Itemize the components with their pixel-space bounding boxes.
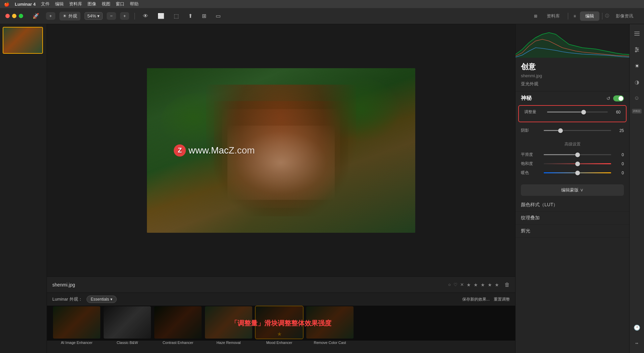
save-preset-button[interactable]: 保存新的效果... xyxy=(462,297,490,302)
preset-item-cast[interactable]: Remove Color Cast xyxy=(306,306,354,345)
preset-item-haze[interactable]: Haze Removal xyxy=(204,306,253,345)
zoom-out-button[interactable]: − xyxy=(107,12,116,20)
plus-icon: + xyxy=(49,13,52,18)
preset-thumb-contrast xyxy=(154,306,202,339)
close-button[interactable] xyxy=(5,14,10,18)
zoom-control[interactable]: 54% ▾ xyxy=(85,12,103,20)
adjustment-slider-row: 调整量 60 xyxy=(524,109,621,115)
look-label: 外观 xyxy=(68,13,77,19)
toolbar-right: ⊞ 资料库 ≡ 编辑 ⓘ 影像资讯 xyxy=(531,11,639,21)
main-slider-section: 调整量 60 xyxy=(518,105,627,122)
panel-main-title: 创意 xyxy=(521,62,624,72)
circle-rating[interactable]: ○ xyxy=(448,282,451,287)
edit-mask-button[interactable]: 编辑蒙版 ∨ xyxy=(521,184,624,196)
preset-label-haze: Haze Removal xyxy=(216,341,240,345)
menu-image[interactable]: 图像 xyxy=(88,1,96,7)
adjustment-slider[interactable] xyxy=(547,112,608,113)
smooth-value: 0 xyxy=(614,152,624,157)
adjust-icon[interactable] xyxy=(632,44,642,55)
star-4[interactable]: ★ xyxy=(488,282,492,288)
toolbar: 🚀 + ☀ 外观 54% ▾ − + 👁 ⬜ ⬚ ⬆ ⊞ ▭ ⊞ 资料库 ≡ 编… xyxy=(0,8,644,24)
glow-menu-item[interactable]: 辉光 xyxy=(516,225,629,238)
face-icon[interactable]: ☺ xyxy=(632,93,642,103)
menu-window[interactable]: 窗口 xyxy=(116,1,124,7)
minimize-button[interactable] xyxy=(12,14,16,18)
apple-menu[interactable]: 🍎 xyxy=(4,2,9,7)
reset-adjustments-button[interactable]: 重置调整 xyxy=(494,297,510,302)
tab-edit[interactable]: 编辑 xyxy=(580,11,599,21)
right-icon-bar: ☀ ◑ ☺ PRO 🕐 •• xyxy=(629,24,644,353)
adjustment-label: 调整量 xyxy=(524,109,544,115)
preset-item-ai[interactable]: AI Image Enhancer xyxy=(52,306,101,345)
preset-selector[interactable]: Essentials ▾ xyxy=(87,296,117,303)
window-icon[interactable]: ▭ xyxy=(213,11,223,20)
preset-thumb-cast xyxy=(306,306,354,339)
preset-thumb-bw xyxy=(103,306,152,339)
menu-view[interactable]: 视图 xyxy=(102,1,110,7)
heart-rating[interactable]: ♡ xyxy=(453,282,458,287)
preset-item-mood[interactable]: ★ Mood Enhancer xyxy=(255,306,304,345)
reject-rating[interactable]: ✕ xyxy=(460,282,464,287)
filmstrip-item[interactable] xyxy=(3,27,43,54)
star-2[interactable]: ★ xyxy=(474,282,478,288)
warmth-slider[interactable] xyxy=(544,172,611,173)
menubar: 🍎 Luminar 4 文件 编辑 资料库 图像 视图 窗口 帮助 xyxy=(0,0,644,8)
toggle-switch[interactable] xyxy=(613,95,624,101)
layers-icon[interactable] xyxy=(632,28,642,39)
crop-icon[interactable]: ⬚ xyxy=(171,11,181,20)
compare-icon[interactable]: ⬜ xyxy=(155,11,167,20)
presets-actions: 保存新的效果... 重置调整 xyxy=(462,297,510,302)
histogram-area xyxy=(516,24,629,58)
rocket-icon[interactable]: 🚀 xyxy=(30,11,42,20)
add-button[interactable]: + xyxy=(46,12,55,20)
preset-item-bw[interactable]: Classic B&W xyxy=(103,306,152,345)
texture-menu-item[interactable]: 纹理叠加 xyxy=(516,212,629,225)
app-name: Luminar 4 xyxy=(15,2,36,7)
watermark: Z www.MacZ.com xyxy=(174,144,255,157)
lut-menu-item[interactable]: 颜色样式（LUT） xyxy=(516,198,629,212)
star-5[interactable]: ★ xyxy=(495,282,499,288)
star-1[interactable]: ★ xyxy=(467,282,471,288)
eye-icon[interactable]: 👁 xyxy=(140,12,151,20)
menu-file[interactable]: 文件 xyxy=(41,1,50,7)
history-icon[interactable]: 🕐 xyxy=(632,322,642,333)
shadow-slider-row: 阴影 25 xyxy=(521,128,624,133)
presets-header: Luminar 外观： Essentials ▾ 保存新的效果... 重置调整 xyxy=(47,293,515,306)
zoom-value: 54% xyxy=(88,13,96,18)
saturation-slider[interactable] xyxy=(544,163,611,164)
filename-label: shenmi.jpg xyxy=(52,282,75,288)
sun-icon[interactable]: ☀ xyxy=(632,60,642,71)
look-button[interactable]: ☀ 外观 xyxy=(59,12,80,20)
shadow-slider[interactable] xyxy=(544,130,611,131)
smooth-slider[interactable] xyxy=(544,154,611,155)
star-3[interactable]: ★ xyxy=(481,282,485,288)
presets-scroll-container: AI Image Enhancer Classic B&W xyxy=(47,306,515,347)
menu-edit[interactable]: 编辑 xyxy=(55,1,64,7)
more-icon[interactable]: •• xyxy=(632,338,642,349)
preset-thumb-mood: ★ xyxy=(255,306,304,339)
saturation-value: 0 xyxy=(614,162,624,166)
canvas-viewport[interactable]: Z www.MacZ.com xyxy=(47,24,515,276)
menu-library[interactable]: 资料库 xyxy=(69,1,82,7)
main-area: Z www.MacZ.com shenmi.jpg ○ ♡ ✕ ★ ★ ★ ★ … xyxy=(0,24,644,353)
zoom-in-button[interactable]: + xyxy=(120,12,129,20)
panel-filename: shenmi.jpg xyxy=(521,73,624,78)
maximize-button[interactable] xyxy=(19,14,23,18)
grid-icon[interactable]: ⊞ xyxy=(199,11,209,20)
menu-help[interactable]: 帮助 xyxy=(130,1,139,7)
pro-badge: PRO xyxy=(632,109,642,114)
delete-button[interactable]: 🗑 xyxy=(504,282,510,288)
color-wheel-icon[interactable]: ◑ xyxy=(632,77,642,87)
smooth-slider-row: 平滑度 0 xyxy=(521,152,624,158)
tab-info[interactable]: 影像资讯 xyxy=(610,11,639,21)
preset-label-mood: Mood Enhancer xyxy=(266,341,292,345)
preset-item-contrast[interactable]: Contrast Enhancer xyxy=(154,306,202,345)
export-icon[interactable]: ⬆ xyxy=(185,11,195,20)
reset-icon[interactable]: ↺ xyxy=(606,96,610,101)
edit-view-icon[interactable]: ≡ xyxy=(571,12,579,20)
presets-scroll: AI Image Enhancer Classic B&W xyxy=(47,306,515,347)
svg-point-10 xyxy=(635,51,637,52)
tab-library[interactable]: 资料库 xyxy=(541,11,565,21)
histogram-chart xyxy=(516,24,629,58)
library-icon[interactable]: ⊞ xyxy=(531,12,540,20)
